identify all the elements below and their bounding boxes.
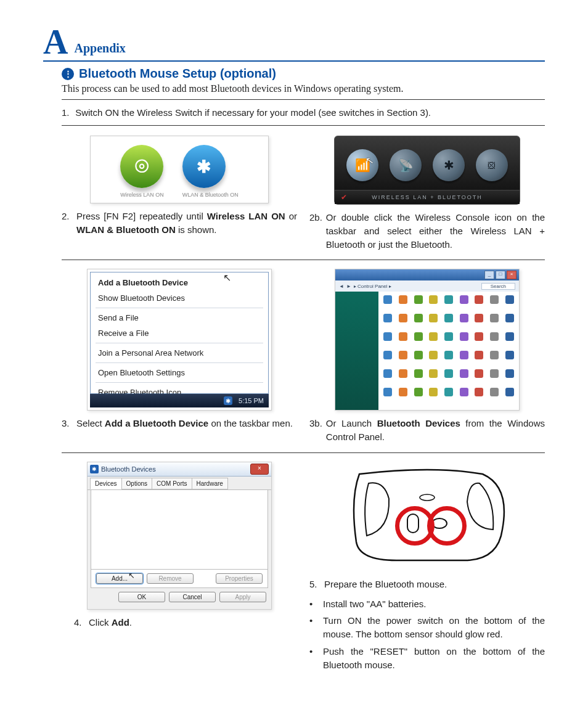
- figure-taskbar-menu: Add a Bluetooth Device Show Bluetooth De…: [87, 269, 272, 411]
- section-header: ⋮ Bluetooth Mouse Setup (optional): [62, 67, 545, 81]
- control-panel-item[interactable]: [488, 388, 502, 405]
- control-panel-item[interactable]: [427, 295, 441, 313]
- step-number: 2.: [62, 210, 73, 237]
- appendix-label: Appendix: [74, 41, 125, 59]
- control-panel-item[interactable]: [442, 295, 456, 313]
- control-panel-item[interactable]: [427, 388, 441, 405]
- control-panel-item[interactable]: [427, 332, 441, 350]
- control-panel-item[interactable]: [396, 388, 410, 405]
- divider: [62, 452, 545, 453]
- dialog-title: Bluetooth Devices: [101, 465, 156, 473]
- highlight-ring-icon: [427, 506, 467, 546]
- control-panel-item[interactable]: [381, 369, 395, 387]
- add-button[interactable]: Add...: [96, 573, 143, 584]
- taskbar-bluetooth-icon[interactable]: ✱: [224, 396, 232, 405]
- tab-options[interactable]: Options: [121, 478, 152, 489]
- control-panel-item[interactable]: [472, 369, 486, 387]
- control-panel-item[interactable]: [457, 332, 471, 350]
- control-panel-item[interactable]: [381, 351, 395, 368]
- control-panel-item[interactable]: [472, 314, 486, 331]
- control-panel-item[interactable]: [457, 314, 471, 331]
- control-panel-item[interactable]: [457, 369, 471, 387]
- close-button[interactable]: ×: [507, 271, 517, 279]
- breadcrumb[interactable]: ▸ Control Panel ▸: [354, 284, 391, 289]
- ok-button[interactable]: OK: [118, 592, 165, 602]
- control-panel-item[interactable]: [396, 295, 410, 313]
- control-panel-item[interactable]: [472, 332, 486, 350]
- control-panel-item[interactable]: [381, 295, 395, 313]
- tab-com-ports[interactable]: COM Ports: [152, 478, 192, 489]
- tab-hardware[interactable]: Hardware: [192, 478, 228, 489]
- control-panel-item[interactable]: [411, 314, 425, 331]
- control-panel-item[interactable]: [396, 314, 410, 331]
- menu-item-receive-file[interactable]: Receive a File: [91, 325, 268, 341]
- control-panel-item[interactable]: [472, 351, 486, 368]
- window-title-bar: _ □ ×: [335, 269, 519, 280]
- step-4: 4. Click Add.: [74, 616, 297, 629]
- bluetooth-icon: ⋮: [62, 68, 74, 80]
- control-panel-item[interactable]: [502, 388, 517, 405]
- control-panel-item[interactable]: [411, 332, 425, 350]
- step-2: 2. Press [FN F2] repeatedly until Wirele…: [62, 210, 297, 237]
- control-panel-item[interactable]: [502, 369, 517, 387]
- cancel-button[interactable]: Cancel: [169, 592, 216, 602]
- control-panel-item[interactable]: [381, 314, 395, 331]
- control-panel-item[interactable]: [427, 351, 441, 368]
- menu-separator: [96, 362, 263, 363]
- control-panel-item[interactable]: [502, 332, 517, 350]
- apply-button[interactable]: Apply: [219, 592, 266, 602]
- control-panel-item[interactable]: [411, 388, 425, 405]
- menu-item-send-file[interactable]: Send a File: [91, 310, 268, 325]
- control-panel-item[interactable]: [488, 369, 502, 387]
- bullet-text: Install two "AA" batteries.: [323, 597, 426, 611]
- figure-bluetooth-dialog: ✱Bluetooth Devices × Devices Options COM…: [87, 462, 272, 610]
- control-panel-item[interactable]: [442, 332, 456, 350]
- wifi-on-label: Wireless LAN ON: [120, 192, 164, 198]
- control-panel-item[interactable]: [457, 295, 471, 313]
- control-panel-item[interactable]: [488, 332, 502, 350]
- step-number: 3b.: [309, 417, 322, 444]
- search-input[interactable]: Search: [481, 283, 515, 290]
- nav-icon[interactable]: ►: [346, 284, 351, 289]
- control-panel-item[interactable]: [442, 388, 456, 405]
- console-ring-icon: ✱: [433, 149, 465, 181]
- dialog-device-list: [91, 490, 268, 570]
- control-panel-item[interactable]: [381, 388, 395, 405]
- control-panel-item[interactable]: [411, 351, 425, 368]
- control-panel-item[interactable]: [472, 388, 486, 405]
- menu-item-add-bt[interactable]: Add a Bluetooth Device: [91, 275, 268, 290]
- control-panel-item[interactable]: [411, 295, 425, 313]
- control-panel-item[interactable]: [411, 369, 425, 387]
- control-panel-item[interactable]: [488, 351, 502, 368]
- control-panel-item[interactable]: [442, 314, 456, 331]
- control-panel-item[interactable]: [488, 295, 502, 313]
- control-panel-item[interactable]: [427, 369, 441, 387]
- menu-item-join-pan[interactable]: Join a Personal Area Network: [91, 345, 268, 361]
- menu-item-open-settings[interactable]: Open Bluetooth Settings: [91, 365, 268, 380]
- taskbar: ✱ 5:15 PM: [90, 394, 269, 407]
- control-panel-item[interactable]: [502, 295, 517, 313]
- control-panel-item[interactable]: [502, 351, 517, 368]
- minimize-button[interactable]: _: [484, 271, 494, 279]
- nav-icon[interactable]: ◄: [339, 284, 344, 289]
- close-button[interactable]: ×: [250, 464, 269, 475]
- remove-button[interactable]: Remove: [147, 573, 194, 584]
- properties-button[interactable]: Properties: [216, 573, 263, 584]
- control-panel-item[interactable]: [427, 314, 441, 331]
- control-panel-item[interactable]: [381, 332, 395, 350]
- menu-item-show-bt[interactable]: Show Bluetooth Devices: [91, 290, 268, 306]
- control-panel-item[interactable]: [488, 314, 502, 331]
- control-panel-item[interactable]: [457, 388, 471, 405]
- control-panel-item[interactable]: [396, 332, 410, 350]
- control-panel-item[interactable]: [396, 351, 410, 368]
- tab-devices[interactable]: Devices: [90, 478, 122, 489]
- maximize-button[interactable]: □: [496, 271, 505, 279]
- control-panel-item[interactable]: [502, 314, 517, 331]
- control-panel-item[interactable]: [442, 369, 456, 387]
- control-panel-item[interactable]: [457, 351, 471, 368]
- figure-control-panel: _ □ × ◄ ► ▸ Control Panel ▸ Search: [335, 269, 520, 411]
- control-panel-item[interactable]: [396, 369, 410, 387]
- control-panel-item[interactable]: [472, 295, 486, 313]
- appendix-letter: A: [43, 25, 68, 59]
- control-panel-item[interactable]: [442, 351, 456, 368]
